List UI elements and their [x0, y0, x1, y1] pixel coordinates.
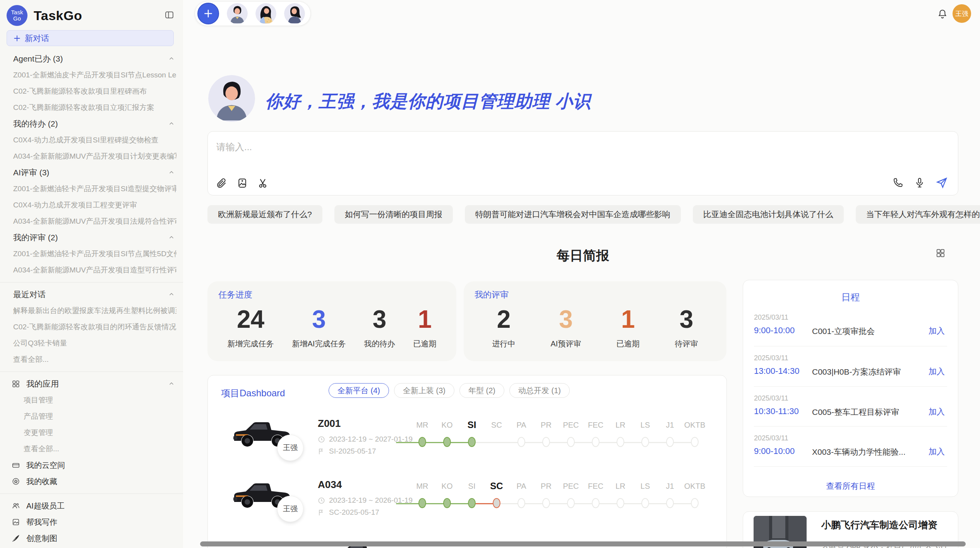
section-header-recent-chats[interactable]: 最近对话: [7, 286, 176, 303]
task-progress-card: 任务进度 24 新增完成任务 3 新增AI完成任务 3 我的待办 1 已逾期: [207, 281, 456, 361]
recent-chat-item[interactable]: 解释最新出台的欧盟报废车法规再生塑料比例被调至15%...: [7, 303, 176, 319]
apps-view-all-link[interactable]: 查看全部...: [7, 441, 176, 457]
sidebar-item[interactable]: Z001-全新燃油皮卡产品开发项目SI节点Lesson Learn报告: [7, 67, 176, 83]
user-avatar-name: 王强: [955, 9, 968, 18]
milestone-dot: [443, 437, 451, 447]
project-dashboard-card: 项目Dashboard 全新平台 (4) 全新上装 (3) 年型 (2) 动总开…: [207, 375, 727, 548]
milestone: KO: [435, 418, 459, 447]
milestone-dot: [542, 437, 550, 447]
sidebar-item[interactable]: C02-飞腾新能源轻客改款项目里程碑画布: [7, 83, 176, 99]
stat-value: 3: [292, 301, 346, 337]
app-logo: Task Go: [7, 5, 27, 26]
app-logo-line1: Task: [11, 9, 23, 15]
section-header-ai-review[interactable]: AI评审 (3): [7, 164, 176, 181]
agent-switcher: [195, 1, 311, 26]
add-agent-button[interactable]: [197, 3, 219, 24]
app-item-project-mgmt[interactable]: 项目管理: [7, 392, 176, 408]
project-row[interactable]: 王强 A034 2023-12-19 ~ 2026-01-19 SC-2025-…: [232, 474, 719, 535]
chevron-up-icon: [168, 169, 175, 176]
collapse-panel-icon[interactable]: [164, 10, 174, 20]
app-item-product-mgmt[interactable]: 产品管理: [7, 408, 176, 425]
milestone-dot: [517, 437, 525, 447]
suggestion-chip[interactable]: 如何写一份清晰的项目周报: [334, 205, 453, 224]
stat-pending-review: 3 待评审: [675, 301, 698, 349]
schedule-event-name: C005-整车工程目标评审: [812, 407, 899, 418]
milestone: KO: [435, 480, 459, 508]
recent-chat-item[interactable]: C02-飞腾新能源轻客改款项目的闭环通告反馈情况: [7, 319, 176, 335]
join-link[interactable]: 加入: [929, 366, 945, 377]
sidebar-item-favorites[interactable]: 我的收藏: [7, 473, 176, 490]
chevron-up-icon: [168, 55, 175, 62]
join-link[interactable]: 加入: [929, 325, 945, 336]
stat-label: 已逾期: [616, 339, 639, 349]
schedule-time: 13:00-14:30: [754, 366, 799, 376]
sidebar-item[interactable]: C0X4-动力总成开发项目工程变更评审: [7, 197, 176, 213]
sidebar-item-ai-super-staff[interactable]: AI超级员工: [7, 498, 176, 514]
section-header-my-review[interactable]: 我的评审 (2): [7, 229, 176, 246]
filter-powertrain[interactable]: 动总开发 (1): [509, 383, 570, 398]
image-upload-icon[interactable]: [236, 177, 248, 189]
milestone: FEC: [583, 480, 608, 508]
project-flag-milestone: SI-2025-05-17: [329, 447, 376, 456]
notification-bell-icon[interactable]: [937, 9, 948, 19]
filter-new-body[interactable]: 全新上装 (3): [394, 383, 454, 398]
view-all-schedule-link[interactable]: 查看所有日程: [743, 481, 958, 491]
filter-model-year[interactable]: 年型 (2): [459, 383, 504, 398]
sidebar-item[interactable]: Z001-全新燃油轻卡产品开发项目SI造型提交物评审: [7, 181, 176, 197]
section-title: 最近对话: [13, 289, 46, 300]
horizontal-scrollbar[interactable]: [200, 541, 966, 546]
sidebar-item[interactable]: A034-全新新能源MUV产品开发项目法规符合性评审: [7, 213, 176, 229]
app-item-change-mgmt[interactable]: 变更管理: [7, 425, 176, 441]
sidebar-item[interactable]: A034-全新新能源MUV产品开发项目计划变更表编写: [7, 148, 176, 164]
user-avatar[interactable]: 王强: [953, 4, 971, 23]
sidebar-item-my-apps[interactable]: 我的应用: [7, 376, 176, 392]
milestone: LR: [608, 418, 633, 447]
schedule-item: 2025/03/11 9:00-10:00 X003-车辆动力学性能验... 加…: [754, 434, 947, 467]
phone-icon[interactable]: [892, 176, 904, 189]
sidebar-item-creative-drawing[interactable]: 创意制图: [7, 530, 176, 546]
sidebar-item[interactable]: C0X4-动力总成开发项目SI里程碑提交物检查: [7, 132, 176, 148]
suggestion-chip[interactable]: 当下年轻人对汽车外观有怎样的喜好趋势: [856, 205, 980, 224]
my-review-title: 我的评审: [475, 289, 716, 301]
avatar[interactable]: [255, 3, 276, 24]
milestone-dot: [641, 437, 649, 447]
schedule-time: 9:00-10:00: [754, 325, 795, 336]
avatar[interactable]: [227, 3, 248, 24]
scissors-icon[interactable]: [257, 177, 269, 189]
join-link[interactable]: 加入: [929, 446, 945, 457]
microphone-icon[interactable]: [914, 176, 925, 189]
new-chat-button[interactable]: 新对话: [7, 30, 174, 46]
milestone: LR: [608, 480, 633, 508]
sidebar-item[interactable]: Z001-全新燃油轻卡产品开发项目SI节点属性5D文件评审: [7, 246, 176, 262]
creative-drawing-label: 创意制图: [26, 533, 57, 544]
suggestion-chip[interactable]: 欧洲新规最近颁布了什么?: [207, 205, 322, 224]
join-link[interactable]: 加入: [929, 406, 945, 417]
layout-grid-icon[interactable]: [935, 248, 946, 258]
sidebar-item-help-me-write[interactable]: 帮我写作: [7, 514, 176, 530]
suggestion-chip[interactable]: 比亚迪全固态电池计划具体说了什么: [693, 205, 844, 224]
milestone-dot: [567, 437, 575, 447]
recent-chat-item[interactable]: 公司Q3轻卡销量: [7, 335, 176, 351]
schedule-date: 2025/03/11: [754, 394, 947, 402]
avatar[interactable]: [284, 3, 305, 24]
attachment-icon[interactable]: [216, 177, 227, 189]
stat-value: 2: [492, 301, 516, 337]
project-row[interactable]: 王强 Z001 2023-12-19 ~ 2027-01-19 SI-2025-…: [232, 413, 719, 474]
flag-icon: [318, 448, 325, 455]
stat-value: 1: [616, 301, 639, 337]
recent-view-all-link[interactable]: 查看全部...: [7, 351, 176, 368]
sidebar-item-cloud-space[interactable]: 我的云空间: [7, 457, 176, 473]
sidebar-item[interactable]: C02-飞腾新能源轻客改款项目立项汇报方案: [7, 99, 176, 116]
milestone-dot: [592, 498, 600, 508]
send-icon[interactable]: [935, 176, 948, 189]
schedule-event-name: C001-立项审批会: [812, 326, 875, 337]
filter-new-platform[interactable]: 全新平台 (4): [329, 383, 389, 398]
milestone-current: SI: [459, 418, 484, 447]
section-header-my-todo[interactable]: 我的待办 (2): [7, 116, 176, 132]
milestone-dot: [542, 498, 550, 508]
section-header-agent-done[interactable]: Agent已办 (3): [7, 51, 176, 67]
suggestion-chip[interactable]: 特朗普可能对进口汽车增税会对中国车企造成哪些影响: [465, 205, 681, 224]
sidebar-item[interactable]: A034-全新新能源MUV产品开发项目造型可行性评审: [7, 262, 176, 278]
chat-input[interactable]: [208, 132, 958, 163]
divider: [0, 372, 183, 372]
